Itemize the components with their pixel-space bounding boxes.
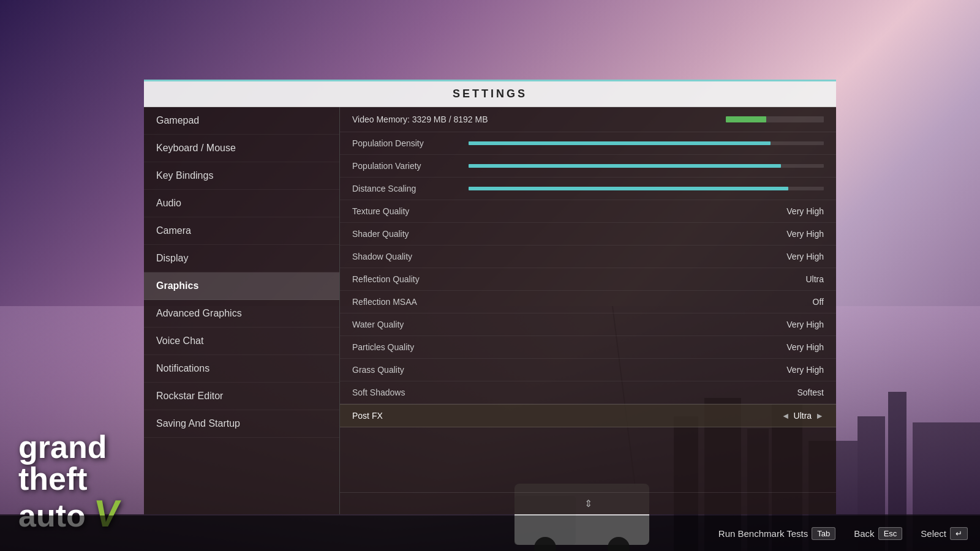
- scroll-indicator: ⇕: [340, 492, 836, 514]
- slider-fill: [469, 164, 781, 168]
- sidebar-item-graphics[interactable]: Graphics: [144, 272, 339, 300]
- reflection-quality-value: Ultra: [775, 274, 824, 284]
- run-benchmark-action: Run Benchmark Tests Tab: [718, 527, 835, 540]
- back-action: Back Esc: [854, 527, 902, 540]
- main-content: Video Memory: 3329 MB / 8192 MB Populati…: [340, 107, 836, 514]
- slider-row-population-variety[interactable]: Population Variety: [340, 155, 836, 178]
- run-benchmark-key[interactable]: Tab: [812, 527, 835, 540]
- setting-row-shadow-quality[interactable]: Shadow Quality Very High: [340, 246, 836, 268]
- gta-line2: theft: [18, 463, 120, 495]
- sidebar-item-display[interactable]: Display: [144, 245, 339, 272]
- scroll-arrows-icon: ⇕: [584, 498, 592, 509]
- reflection-quality-label: Reflection Quality: [352, 274, 775, 284]
- settings-body: Gamepad Keyboard / Mouse Key Bindings Au…: [144, 107, 836, 514]
- sidebar-item-audio[interactable]: Audio: [144, 190, 339, 217]
- sidebar-item-advanced-graphics[interactable]: Advanced Graphics: [144, 300, 339, 328]
- sidebar-item-gamepad[interactable]: Gamepad: [144, 107, 339, 135]
- population-density-bar: [469, 141, 824, 145]
- water-quality-label: Water Quality: [352, 320, 775, 329]
- select-label: Select: [921, 528, 946, 539]
- reflection-msaa-label: Reflection MSAA: [352, 297, 775, 307]
- settings-title: SETTINGS: [453, 88, 527, 100]
- particles-quality-label: Particles Quality: [352, 342, 775, 352]
- reflection-msaa-value: Off: [775, 297, 824, 307]
- distance-scaling-label: Distance Scaling: [352, 184, 462, 193]
- texture-quality-value: Very High: [775, 206, 824, 216]
- particles-quality-value: Very High: [775, 342, 824, 352]
- slider-track: [469, 164, 824, 168]
- sidebar: Gamepad Keyboard / Mouse Key Bindings Au…: [144, 107, 340, 514]
- setting-row-reflection-quality[interactable]: Reflection Quality Ultra: [340, 268, 836, 291]
- setting-row-texture-quality[interactable]: Texture Quality Very High: [340, 200, 836, 223]
- video-memory-bar: [726, 116, 824, 122]
- content-rows: Video Memory: 3329 MB / 8192 MB Populati…: [340, 107, 836, 492]
- back-key[interactable]: Esc: [878, 527, 903, 540]
- shadow-quality-value: Very High: [775, 252, 824, 261]
- slider-row-population-density[interactable]: Population Density: [340, 132, 836, 155]
- postfx-row[interactable]: Post FX ◄ Ultra ►: [340, 404, 836, 427]
- bottom-bar: Run Benchmark Tests Tab Back Esc Select …: [0, 515, 980, 551]
- video-memory-label: Video Memory: 3329 MB / 8192 MB: [352, 114, 726, 124]
- grass-quality-value: Very High: [775, 365, 824, 375]
- grass-quality-label: Grass Quality: [352, 365, 775, 375]
- setting-row-reflection-msaa[interactable]: Reflection MSAA Off: [340, 291, 836, 313]
- shadow-quality-label: Shadow Quality: [352, 252, 775, 261]
- settings-panel: SETTINGS Gamepad Keyboard / Mouse Key Bi…: [144, 80, 836, 514]
- video-memory-row: Video Memory: 3329 MB / 8192 MB: [340, 107, 836, 132]
- texture-quality-label: Texture Quality: [352, 206, 775, 216]
- slider-track: [469, 187, 824, 190]
- population-variety-bar: [469, 164, 824, 168]
- sidebar-item-camera[interactable]: Camera: [144, 217, 339, 245]
- run-benchmark-label: Run Benchmark Tests: [718, 528, 808, 539]
- postfx-label: Post FX: [352, 411, 782, 421]
- slider-fill: [469, 141, 771, 145]
- postfx-value: ◄ Ultra ►: [782, 411, 824, 421]
- water-quality-value: Very High: [775, 320, 824, 329]
- sidebar-item-voice-chat[interactable]: Voice Chat: [144, 328, 339, 355]
- setting-row-grass-quality[interactable]: Grass Quality Very High: [340, 359, 836, 381]
- sidebar-item-rockstar-editor[interactable]: Rockstar Editor: [144, 383, 339, 410]
- sidebar-item-key-bindings[interactable]: Key Bindings: [144, 162, 339, 190]
- video-memory-fill: [726, 116, 766, 122]
- select-key[interactable]: ↵: [950, 527, 968, 540]
- population-density-label: Population Density: [352, 138, 462, 148]
- setting-row-soft-shadows[interactable]: Soft Shadows Softest: [340, 381, 836, 404]
- select-action: Select ↵: [921, 527, 968, 540]
- distance-scaling-bar: [469, 187, 824, 190]
- setting-row-particles-quality[interactable]: Particles Quality Very High: [340, 336, 836, 359]
- sidebar-item-saving-startup[interactable]: Saving And Startup: [144, 410, 339, 438]
- video-memory-bar-container: [726, 116, 824, 122]
- postfx-value-text: Ultra: [794, 411, 812, 421]
- postfx-arrow-left[interactable]: ◄: [782, 411, 790, 421]
- slider-track: [469, 141, 824, 145]
- sidebar-item-keyboard-mouse[interactable]: Keyboard / Mouse: [144, 135, 339, 162]
- sidebar-item-notifications[interactable]: Notifications: [144, 355, 339, 383]
- gta-line1: grand: [18, 431, 120, 463]
- shader-quality-value: Very High: [775, 229, 824, 239]
- settings-header: SETTINGS: [144, 80, 836, 107]
- setting-row-water-quality[interactable]: Water Quality Very High: [340, 313, 836, 336]
- population-variety-label: Population Variety: [352, 161, 462, 171]
- slider-fill: [469, 187, 788, 190]
- shader-quality-label: Shader Quality: [352, 229, 775, 239]
- soft-shadows-label: Soft Shadows: [352, 388, 775, 397]
- setting-row-shader-quality[interactable]: Shader Quality Very High: [340, 223, 836, 246]
- postfx-arrow-right[interactable]: ►: [815, 411, 824, 421]
- back-label: Back: [854, 528, 874, 539]
- slider-row-distance-scaling[interactable]: Distance Scaling: [340, 178, 836, 200]
- soft-shadows-value: Softest: [775, 388, 824, 397]
